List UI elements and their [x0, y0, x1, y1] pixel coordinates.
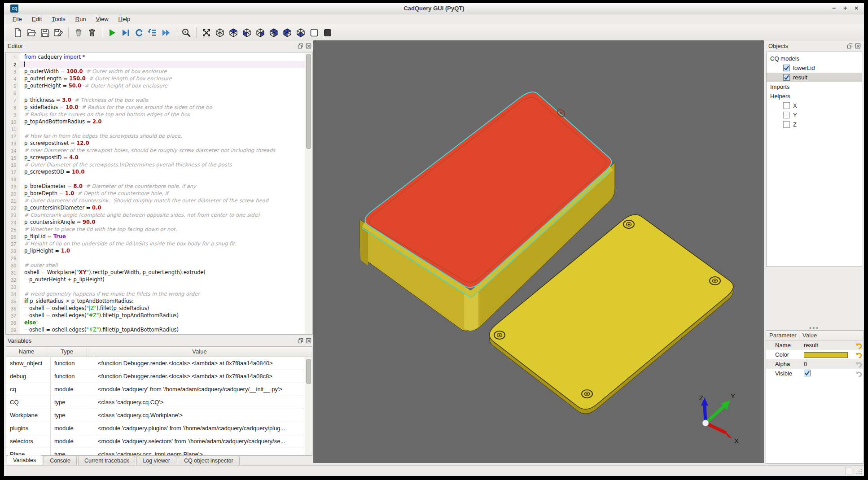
- code-line: 17p_screwpostOD = 10.0: [6, 169, 305, 176]
- parameter-row-name[interactable]: Nameresult: [766, 340, 863, 350]
- toolbar-open-file-button[interactable]: [25, 26, 38, 39]
- parameter-row-visible[interactable]: Visible: [766, 369, 863, 378]
- float-icon[interactable]: [297, 43, 303, 49]
- objects-tree[interactable]: CQ modelslowerLidresultImportsHelpersXYZ: [766, 52, 862, 267]
- table-row[interactable]: CQtype<class 'cadquery.cq.CQ'>: [6, 396, 312, 409]
- toolbar-fast-forward-button[interactable]: [159, 26, 173, 39]
- unchecked-checkbox[interactable]: [783, 121, 790, 128]
- undo-icon[interactable]: [854, 360, 862, 368]
- tree-item-helpers[interactable]: Helpers: [767, 92, 862, 101]
- toolbar-view-left-button[interactable]: [281, 26, 294, 39]
- variables-scrollbar-thumb[interactable]: [306, 359, 311, 384]
- toolbar-debug-continue-button[interactable]: [132, 26, 146, 39]
- tree-item-label: result: [793, 74, 807, 81]
- table-row[interactable]: pluginsmodule<module 'cadquery.plugins' …: [6, 422, 312, 435]
- checked-checkbox[interactable]: [783, 65, 790, 71]
- tab-console[interactable]: Console: [44, 456, 77, 466]
- column-header-value[interactable]: Value: [87, 347, 312, 357]
- editor-scrollbar[interactable]: [305, 53, 312, 334]
- parameter-rows: NameresultColorAlpha0Visible: [766, 340, 863, 378]
- editor-scrollbar-thumb[interactable]: [306, 54, 311, 149]
- screenshot-root: { "window": { "title": "CadQuery GUI (Py…: [0, 0, 868, 480]
- toolbar-fit-all-button[interactable]: [200, 26, 213, 39]
- column-header-type[interactable]: Type: [47, 347, 87, 357]
- tree-item-label: Imports: [770, 83, 789, 90]
- toolbar-view-front-button[interactable]: [240, 26, 254, 39]
- code-line: 35if p_sideRadius > p_topAndBottomRadius…: [6, 298, 305, 305]
- tree-item-result[interactable]: result: [767, 73, 862, 82]
- toolbar-zoom-fit-button[interactable]: [180, 26, 193, 39]
- toolbar-step-over-button[interactable]: [119, 26, 132, 39]
- parameter-row-color[interactable]: Color: [766, 350, 863, 359]
- menu-file[interactable]: File: [8, 15, 27, 23]
- close-icon[interactable]: [855, 43, 861, 49]
- window-title: CadQuery GUI (PyQT): [4, 5, 864, 12]
- tab-current-traceback[interactable]: Current traceback: [78, 456, 135, 466]
- maximize-button[interactable]: +: [841, 4, 849, 13]
- column-header-name[interactable]: Name: [6, 347, 47, 357]
- table-row[interactable]: show_objectfunction<function Debugger.re…: [6, 357, 312, 370]
- tree-item-imports[interactable]: Imports: [767, 82, 862, 92]
- tree-item-z[interactable]: Z: [767, 120, 862, 129]
- panel-splitter[interactable]: ●●●: [766, 326, 863, 330]
- toolbar-separator: [176, 27, 176, 38]
- parameter-row-alpha[interactable]: Alpha0: [766, 359, 863, 369]
- tab-cq-object-inspector[interactable]: CQ object inspector: [178, 456, 240, 466]
- code-editor[interactable]: 1from cadquery import *23p_outerWidth = …: [5, 52, 313, 335]
- menu-tools[interactable]: Tools: [47, 15, 70, 23]
- undo-icon[interactable]: [854, 370, 862, 377]
- 3d-viewport[interactable]: Z Y X: [313, 40, 764, 463]
- toolbar-view-iso-button[interactable]: [213, 26, 227, 39]
- float-icon[interactable]: [297, 337, 303, 344]
- toolbar-shaded-mode-button[interactable]: [321, 26, 334, 39]
- tab-log-viewer[interactable]: Log viewer: [136, 456, 176, 466]
- unchecked-checkbox[interactable]: [783, 112, 790, 118]
- toolbar-new-file-button[interactable]: [11, 26, 25, 39]
- tree-item-x[interactable]: X: [767, 101, 862, 110]
- visible-checkbox[interactable]: [804, 370, 811, 376]
- checked-checkbox[interactable]: [783, 74, 790, 81]
- app-window: cq CadQuery GUI (PyQT) −+× FileEditTools…: [4, 3, 864, 476]
- table-row[interactable]: cqmodule<module 'cadquery' from '/home/a…: [6, 383, 312, 396]
- toolbar-view-top-button[interactable]: [227, 26, 240, 39]
- toolbar-delete-trash-button[interactable]: [85, 26, 99, 39]
- toolbar-step-into-button[interactable]: [146, 26, 159, 39]
- table-row[interactable]: selectorsmodule<module 'cadquery.selecto…: [6, 435, 312, 448]
- toolbar-save-button[interactable]: [38, 26, 52, 39]
- toolbar-save-as-button[interactable]: [52, 26, 65, 39]
- toolbar-wireframe-mode-button[interactable]: [307, 26, 321, 39]
- parameter-label: Visible: [766, 370, 804, 377]
- float-icon[interactable]: [846, 43, 853, 49]
- toolbar-view-bottom-button[interactable]: [294, 26, 307, 39]
- editor-panel-title: Editor: [8, 43, 23, 49]
- objects-panel-title: Objects: [768, 43, 788, 49]
- tree-item-cq-models[interactable]: CQ models: [767, 54, 862, 63]
- resize-grip[interactable]: [856, 468, 862, 475]
- menu-run[interactable]: Run: [70, 15, 91, 23]
- toolbar-clear-trash-button[interactable]: [72, 26, 85, 39]
- close-button[interactable]: ×: [852, 4, 860, 13]
- tab-variables[interactable]: Variables: [7, 455, 42, 466]
- title-bar[interactable]: cq CadQuery GUI (PyQT) −+×: [4, 3, 864, 14]
- menu-edit[interactable]: Edit: [27, 15, 47, 23]
- tree-item-lowerlid[interactable]: lowerLid: [767, 63, 862, 73]
- table-row[interactable]: Workplanetype<class 'cadquery.cq.Workpla…: [6, 409, 312, 422]
- toolbar-run-button[interactable]: [105, 26, 119, 39]
- table-row[interactable]: debugfunction<function Debugger.render.<…: [6, 370, 312, 383]
- tree-item-y[interactable]: Y: [767, 110, 862, 120]
- menu-view[interactable]: View: [91, 15, 114, 23]
- undo-icon[interactable]: [854, 341, 862, 349]
- undo-icon[interactable]: [854, 351, 862, 358]
- code-line: 15p_screwpostID = 4.0: [6, 154, 305, 161]
- color-swatch[interactable]: [804, 352, 848, 358]
- toolbar-view-back-button[interactable]: [267, 26, 281, 39]
- toolbar-view-right-button[interactable]: [254, 26, 267, 39]
- code-lines: 1from cadquery import *23p_outerWidth = …: [6, 54, 305, 334]
- close-icon[interactable]: [305, 43, 311, 49]
- minimize-button[interactable]: −: [830, 4, 838, 13]
- variables-scrollbar[interactable]: [305, 357, 312, 455]
- menu-help[interactable]: Help: [114, 15, 136, 23]
- status-mini-scrollbar[interactable]: [846, 467, 852, 475]
- unchecked-checkbox[interactable]: [783, 102, 790, 109]
- close-icon[interactable]: [305, 337, 311, 344]
